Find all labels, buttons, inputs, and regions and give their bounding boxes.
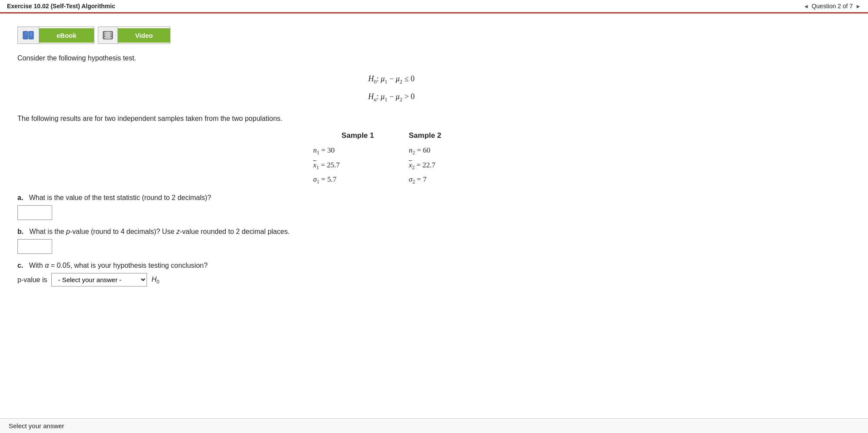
h0-equation: H0: μ1 − μ2 ≤ 0	[368, 74, 415, 85]
qa-label: a.	[17, 194, 23, 201]
sigma1-value: σ1 = 5.7	[313, 175, 374, 185]
select-answer-dropdown[interactable]: - Select your answer - Reject H₀ Do not …	[51, 273, 147, 286]
qa-input[interactable]	[17, 205, 52, 220]
question-a: a. What is the value of the test statist…	[17, 194, 765, 220]
question-counter: Question 2 of 7	[811, 3, 853, 10]
pvalue-prefix: p-value is	[17, 276, 47, 284]
samples-header: Sample 1 Sample 2	[341, 131, 441, 140]
prev-arrow[interactable]: ◄	[803, 3, 809, 10]
qb-input[interactable]	[17, 239, 52, 254]
svg-rect-15	[111, 37, 112, 38]
next-arrow[interactable]: ►	[855, 3, 861, 10]
samples-container: Sample 1 Sample 2 n1 = 30 n2 = 60 x1 = 2…	[17, 131, 765, 185]
sigma-row: σ1 = 5.7 σ2 = 7	[313, 175, 470, 185]
ha-equation: Hα: μ1 − μ2 > 0	[368, 92, 414, 103]
ebook-icon-wrapper	[18, 27, 39, 43]
bottom-bar: Select your answer	[0, 418, 868, 433]
svg-rect-1	[29, 31, 33, 39]
question-c: c. With α = 0.05, what is your hypothesi…	[17, 262, 765, 286]
svg-rect-12	[104, 37, 105, 38]
n2-value: n2 = 60	[409, 146, 470, 156]
qc-text: With α = 0.05, what is your hypothesis t…	[29, 262, 208, 269]
h0-suffix: H0	[151, 276, 159, 284]
hypothesis-block: H0: μ1 − μ2 ≤ 0 Hα: μ1 − μ2 > 0	[17, 71, 765, 106]
svg-rect-0	[23, 31, 28, 39]
question-b: b. What is the p-value (round to 4 decim…	[17, 228, 765, 254]
video-label: Video	[118, 28, 170, 43]
xbar1-value: x1 = 25.7	[313, 161, 374, 171]
svg-rect-14	[111, 34, 112, 36]
ebook-button[interactable]: eBook	[17, 27, 94, 44]
conclusion-row: p-value is - Select your answer - Reject…	[17, 273, 765, 286]
qa-text: What is the value of the test statistic …	[29, 194, 211, 201]
question-nav: ◄ Question 2 of 7 ►	[803, 3, 861, 10]
sample2-header: Sample 2	[409, 131, 441, 140]
sample1-header: Sample 1	[341, 131, 374, 140]
header-bar: Exercise 10.02 (Self-Test) Algorithmic ◄…	[0, 0, 868, 13]
xbar-row: x1 = 25.7 x2 = 22.7	[313, 161, 470, 171]
main-content: eBook Video Consider the fol	[0, 13, 783, 312]
sigma2-value: σ2 = 7	[409, 175, 470, 185]
exercise-title: Exercise 10.02 (Self-Test) Algorithmic	[7, 3, 115, 10]
book-icon	[22, 30, 34, 40]
qc-label: c.	[17, 262, 23, 269]
intro-text: Consider the following hypothesis test.	[17, 54, 765, 62]
video-button[interactable]: Video	[98, 27, 171, 44]
video-icon-wrapper	[98, 27, 118, 43]
independent-text: The following results are for two indepe…	[17, 115, 765, 123]
film-icon	[103, 30, 113, 40]
select-your-answer-label: Select your answer	[9, 422, 64, 430]
qb-label: b.	[17, 228, 23, 235]
n-row: n1 = 30 n2 = 60	[313, 146, 470, 156]
xbar2-value: x2 = 22.7	[409, 161, 470, 171]
samples-data: n1 = 30 n2 = 60 x1 = 25.7 x2 = 22.7 σ1 =…	[313, 146, 470, 185]
svg-rect-16	[105, 32, 110, 39]
svg-rect-10	[104, 32, 105, 33]
svg-rect-11	[104, 34, 105, 36]
ebook-label: eBook	[39, 28, 94, 43]
svg-rect-13	[111, 32, 112, 33]
toolbar: eBook Video	[17, 27, 765, 44]
n1-value: n1 = 30	[313, 146, 374, 156]
qb-text: What is the p-value (round to 4 decimals…	[30, 228, 290, 235]
